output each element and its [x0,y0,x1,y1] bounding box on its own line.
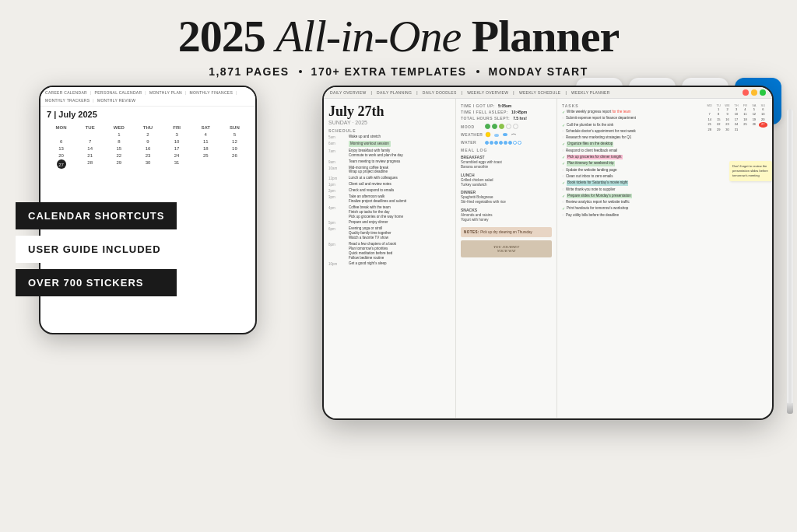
sched-item-9am: 9am Team meeting to review progress [328,159,451,164]
task-17: ○ Pay utility bills before the deadline [562,213,767,218]
day-sat: SAT [191,125,220,130]
total-sleep: 7.5 hrs! [513,116,527,121]
nav-finances[interactable]: MONTHLY FINANCES [190,90,233,95]
top-bar-icons [743,89,766,96]
svg-point-11 [494,134,499,137]
cal-days-header: MON TUE WED THU FRI SAT SUN [47,125,249,130]
calendar-nav: CAREER CALENDAR | PERSONAL CALENDAR | MO… [40,87,255,107]
left-side: CAREER CALENDAR | PERSONAL CALENDAR | MO… [16,86,288,524]
dinner-items: Spaghetti BologneseStir-fried vegetables… [461,195,552,205]
total-sleep-row: TOTAL HOURS SLEPT: 7.5 hrs! [461,116,552,121]
sched-item-5am: 5am Wake up and stretch [328,135,451,139]
task-5: ○ Research new marketing strategies for … [562,135,767,140]
sched-item-10am: 10am Mid-morning coffee breakWrap up pro… [328,166,451,175]
tab-weekly-schedule[interactable]: WEEKLY SCHEDULE [519,90,561,95]
planner-date: July 27th [328,103,451,120]
cal-week-5: 27 28 29 30 31 [47,159,249,169]
notes-box: NOTES: Pick up dry cleaning on Thursday [461,227,552,237]
tool-6[interactable] [761,419,766,420]
task-3: ✓ Call the plumber to fix the sink [562,123,702,128]
weather-row: WEATHER [461,131,552,138]
snacks-items: Almonds and raisinsYogurt with honey [461,213,552,223]
task-6: ✓ Organize files on the desktop [562,142,767,146]
main-title: 2025 All-in-One Planner [178,14,620,59]
title-suffix: Planner [472,11,620,61]
tab-sep4: | [513,90,514,95]
nav-career[interactable]: CAREER CALENDAR [45,90,87,95]
task-16: ✓ Print handouts for tomorrow's workshop [562,206,767,211]
tool-2[interactable] [733,419,738,420]
time-got-up: 5:05am [498,103,511,108]
planner-tablet: DAILY OVERVIEW | DAILY PLANNING | DAILY … [322,86,774,420]
footer-text: CHAPTER SUNDAY | CONTACT US | SHOP OUR C… [330,420,440,421]
sched-item-1pm: 1pm Client call and review notes [328,182,451,187]
mood-circle-5 [513,124,518,129]
weather-label: WEATHER [461,132,483,137]
calendar-header: 7 | July 2025 [40,107,255,122]
tab-sep2: | [416,90,418,95]
main-container: 2025 All-in-One Planner 1,871 PAGES 170+… [0,0,797,532]
tab-weekly-overview[interactable]: WEEKLY OVERVIEW [467,90,508,95]
subtitle-pages: 1,871 PAGES [209,65,289,78]
tool-4[interactable] [747,419,752,420]
planner-mid-col: TIME I GOT UP: 5:05am TIME I FELL ASLEEP… [456,99,557,418]
subtitle-templates: 170+ EXTRA TEMPLATES [311,65,467,78]
task-7: ○ Respond to client feedback email [562,149,767,153]
sticky-note-text: Don't forget to review the presentation … [732,164,768,177]
maximize-button[interactable] [760,89,766,96]
snacks-label: SNACKS [461,208,552,212]
water-4 [499,141,503,145]
nav-monthly[interactable]: MONTHLY PLAN [149,90,182,95]
sched-item-3pm: 3pm Take an afternoon walkFinalize proje… [328,194,451,204]
water-5 [504,141,507,145]
nav-personal[interactable]: PERSONAL CALENDAR [95,90,142,95]
nav-trackers[interactable]: MONTHLY TRACKERS [45,98,90,103]
tab-doodles[interactable]: DAILY DOODLES [423,90,457,95]
nav-review[interactable]: MONTHLY REVIEW [97,98,135,103]
sticky-note: Don't forget to review the presentation … [729,161,772,181]
tab-weekly-planner[interactable]: WEEKLY PLANNER [571,90,610,95]
sched-item-8pm: 8pm Read a few chapters of a bookPlan to… [328,242,451,260]
water-7 [513,141,517,145]
day-thu: THU [133,125,162,130]
task-15: ○ Review analytics report for website tr… [562,200,767,205]
mood-circles [485,124,518,129]
water-label: WATER [461,140,483,145]
water-2 [490,141,493,145]
tool-3[interactable] [740,419,745,420]
rain-icon [502,131,508,138]
sched-item-4pm: 4pm Coffee break with the teamFinish up … [328,205,451,219]
task-12: ✓ Book tickets for Saturday's movie nigh… [562,180,767,185]
close-button[interactable] [743,89,749,96]
planner-schedule-col: July 27th SUNDAY · 2025 SCHEDULE 5am Wak… [324,99,456,418]
planner-body: July 27th SUNDAY · 2025 SCHEDULE 5am Wak… [324,99,772,418]
mood-row: MOOD [461,124,552,129]
water-row: WATER [461,140,552,145]
cal-week-2: 6 7 8 9 10 11 12 [47,138,249,145]
day-tue: TUE [75,125,104,130]
journey-box: YOU JOURNEYYOUR WAY [461,240,552,257]
planner-day: SUNDAY · 2025 [328,120,451,125]
wind-icon [511,131,517,138]
mood-circle-1 [485,124,490,129]
tab-daily-overview[interactable]: DAILY OVERVIEW [330,90,366,95]
dot1 [299,70,302,73]
minimize-button[interactable] [751,89,757,96]
water-1 [485,141,489,145]
task-2: ○ Submit expense report to finance depar… [562,116,702,121]
cal-week-4: 20 21 22 23 24 25 26 [47,152,249,159]
time-got-up-row: TIME I GOT UP: 5:05am [461,103,552,108]
dot2 [476,70,479,73]
task-8: ✓ Pick up groceries for dinner tonight [562,155,767,159]
tool-1[interactable] [726,419,731,420]
day-sun: SUN [220,125,249,130]
bottom-toolbar [726,419,766,420]
sched-item-7am: 7am Enjoy breakfast with familyCommute t… [328,149,451,158]
tool-5[interactable] [754,419,759,420]
title-year: 2025 [178,11,265,61]
tab-daily-planning[interactable]: DAILY PLANNING [377,90,412,95]
badge-calendar: CALENDAR SHORTCUTS [16,202,177,229]
cal-week-3: 13 14 15 16 17 18 19 [47,145,249,152]
mood-label: MOOD [461,124,483,129]
water-3 [494,141,498,145]
